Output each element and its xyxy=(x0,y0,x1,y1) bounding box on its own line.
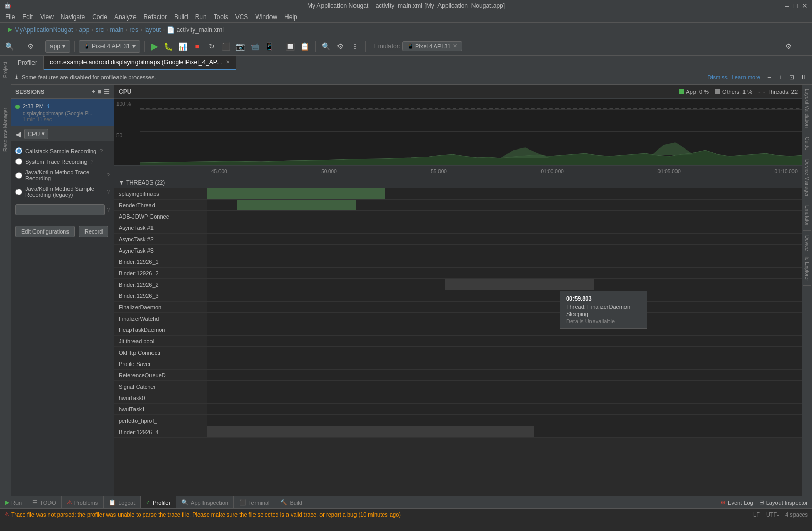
thread-timeline-hwuitask0[interactable] xyxy=(207,392,802,403)
bottom-tab-todo[interactable]: ☰ TODO xyxy=(27,496,62,508)
thread-row-binder2b[interactable]: Binder:12926_2 xyxy=(114,279,802,290)
app-dropdown[interactable]: app ▾ xyxy=(45,40,70,53)
thread-timeline-adb[interactable] xyxy=(207,211,802,222)
right-tab-emulator[interactable]: Emulator xyxy=(803,201,811,230)
thread-row-referencequeued[interactable]: ReferenceQueueD xyxy=(114,370,802,381)
emulator-badge[interactable]: 📱 Pixel 4 API 31 ✕ xyxy=(402,41,462,51)
edit-configurations-button[interactable]: Edit Configurations xyxy=(15,226,75,237)
add-session-icon[interactable]: + xyxy=(92,88,96,95)
thread-timeline-async2[interactable] xyxy=(207,234,802,244)
breadcrumb-src[interactable]: src xyxy=(95,26,104,34)
menu-navigate[interactable]: Navigate xyxy=(58,12,88,22)
thread-timeline-binder1[interactable] xyxy=(207,256,802,267)
learn-more-link[interactable]: Learn more xyxy=(732,74,760,80)
event-log-item[interactable]: ⊗ Event Log xyxy=(721,499,753,506)
minimize-button[interactable]: – xyxy=(785,2,789,10)
thread-row-binder1[interactable]: Binder:12926_1 xyxy=(114,256,802,268)
breadcrumb-app[interactable]: app xyxy=(79,26,89,34)
breadcrumb-layout[interactable]: layout xyxy=(144,26,161,34)
toolbar-btn-6[interactable]: 📷 xyxy=(234,40,247,53)
thread-row-binder2[interactable]: Binder:12926_2 xyxy=(114,268,802,279)
right-tab-device-manager[interactable]: Device Manager xyxy=(803,155,811,202)
menu-help[interactable]: Help xyxy=(281,12,300,22)
toolbar-search-btn[interactable]: 🔍 xyxy=(320,40,332,53)
radio-system-input[interactable] xyxy=(15,158,22,165)
breadcrumb-main[interactable]: main xyxy=(110,26,123,34)
session-item[interactable]: 2:33 PM ℹ displayingbitmaps (Google Pi..… xyxy=(11,99,114,127)
thread-row-binder4[interactable]: Binder:12926_4 xyxy=(114,426,802,438)
menu-view[interactable]: View xyxy=(37,12,57,22)
thread-timeline-splayingbitmaps[interactable] xyxy=(207,188,802,199)
thread-row-splayingbitmaps[interactable]: splayingbitmaps xyxy=(114,188,802,200)
thread-row-heaptaskdaemon[interactable]: HeapTaskDaemon xyxy=(114,324,802,336)
dismiss-link[interactable]: Dismiss xyxy=(707,74,728,80)
radio-callstack[interactable]: Callstack Sample Recording ? xyxy=(15,147,110,154)
toolbar-dots[interactable]: ⋮ xyxy=(349,40,361,53)
thread-row-okhttp[interactable]: OkHttp Connecti xyxy=(114,347,802,358)
zoom-out-btn[interactable]: – xyxy=(765,73,774,82)
system-help-icon[interactable]: ? xyxy=(90,159,93,165)
toolbar-minimize[interactable]: — xyxy=(797,40,809,53)
cpu-graph-area[interactable] xyxy=(140,99,802,165)
zoom-fit-btn[interactable]: ⊡ xyxy=(787,73,797,82)
close-button[interactable]: ✕ xyxy=(802,2,808,10)
thread-timeline-finalizerwatchd[interactable] xyxy=(207,313,802,324)
radio-java-trace-input[interactable] xyxy=(15,172,22,179)
stop-button[interactable]: ■ xyxy=(191,40,204,53)
toolbar-search[interactable]: 🔍 xyxy=(3,40,15,53)
thread-row-profilesaver[interactable]: Profile Saver xyxy=(114,358,802,370)
layout-inspector-item[interactable]: ⊞ Layout Inspector xyxy=(759,499,808,506)
thread-row-async2[interactable]: AsyncTask #2 xyxy=(114,234,802,245)
sidebar-resource-manager[interactable]: Resource Manager xyxy=(2,104,9,156)
toolbar-btn-5[interactable]: ⬛ xyxy=(220,40,232,53)
recording-select-help[interactable]: ? xyxy=(107,207,110,213)
menu-file[interactable]: File xyxy=(2,12,18,22)
radio-java-sample[interactable]: Java/Kotlin Method Sample Recording (leg… xyxy=(15,186,110,198)
bottom-tab-app-inspection[interactable]: 🔍 App Inspection xyxy=(176,496,234,508)
recording-select-input[interactable] xyxy=(15,204,105,215)
toolbar-sync[interactable]: ⚙ xyxy=(24,40,37,53)
radio-java-sample-input[interactable] xyxy=(15,189,22,195)
thread-row-perfetto[interactable]: perfetto_hprof_ xyxy=(114,415,802,426)
tab-bitmaps[interactable]: com.example.android.displayingbitmaps (G… xyxy=(44,56,236,70)
stop-session-icon[interactable]: ■ xyxy=(97,88,102,95)
tab-profiler[interactable]: Profiler xyxy=(11,56,44,70)
menu-run[interactable]: Run xyxy=(192,12,210,22)
toolbar-btn-10[interactable]: 📋 xyxy=(299,40,311,53)
right-tab-layout-validation[interactable]: Layout Validation xyxy=(803,85,811,132)
menu-vcs[interactable]: VCS xyxy=(232,12,251,22)
menu-tools[interactable]: Tools xyxy=(211,12,231,22)
toolbar-btn-8[interactable]: 📱 xyxy=(263,40,276,53)
threads-scroll[interactable]: splayingbitmaps RenderThread xyxy=(114,188,802,494)
toolbar-settings[interactable]: ⚙ xyxy=(334,40,347,53)
thread-timeline-heaptaskdaemon[interactable] xyxy=(207,324,802,335)
thread-timeline-referencequeued[interactable] xyxy=(207,370,802,380)
thread-timeline-binder4[interactable] xyxy=(207,426,802,437)
radio-system[interactable]: System Trace Recording ? xyxy=(15,158,110,165)
menu-window[interactable]: Window xyxy=(252,12,280,22)
bottom-tab-build[interactable]: 🔨 Build xyxy=(275,496,308,508)
thread-timeline-profilesaver[interactable] xyxy=(207,358,802,369)
bottom-tab-run[interactable]: ▶ Run xyxy=(0,496,27,508)
thread-timeline-renderthread[interactable] xyxy=(207,200,802,210)
thread-timeline-okhttp[interactable] xyxy=(207,347,802,358)
thread-timeline-binder2b[interactable] xyxy=(207,279,802,290)
thread-timeline-async1[interactable] xyxy=(207,222,802,233)
thread-row-hwuitask1[interactable]: hwuiTask1 xyxy=(114,404,802,415)
bottom-tab-logcat[interactable]: 📋 Logcat xyxy=(104,496,141,508)
pause-btn[interactable]: ⏸ xyxy=(799,73,808,82)
thread-row-finalizerdaemon[interactable]: FinalizerDaemon xyxy=(114,302,802,313)
right-tab-guide[interactable]: Guide xyxy=(803,132,811,155)
tab-close-icon[interactable]: ✕ xyxy=(226,59,230,65)
thread-row-binder3[interactable]: Binder:12926_3 xyxy=(114,290,802,302)
radio-java-trace[interactable]: Java/Kotlin Method Trace Recording ? xyxy=(15,169,110,181)
thread-row-async1[interactable]: AsyncTask #1 xyxy=(114,222,802,234)
profile-button[interactable]: 📊 xyxy=(177,40,189,53)
maximize-button[interactable]: □ xyxy=(793,2,798,10)
java-trace-help-icon[interactable]: ? xyxy=(107,172,110,178)
run-button[interactable]: ▶ xyxy=(149,41,160,52)
cpu-graph[interactable]: 100 % 50 xyxy=(114,99,802,166)
bottom-tab-profiler[interactable]: ✓ Profiler xyxy=(141,496,176,508)
thread-row-jit[interactable]: Jit thread pool xyxy=(114,336,802,347)
breadcrumb-root[interactable]: MyApplicationNougat xyxy=(14,26,73,34)
